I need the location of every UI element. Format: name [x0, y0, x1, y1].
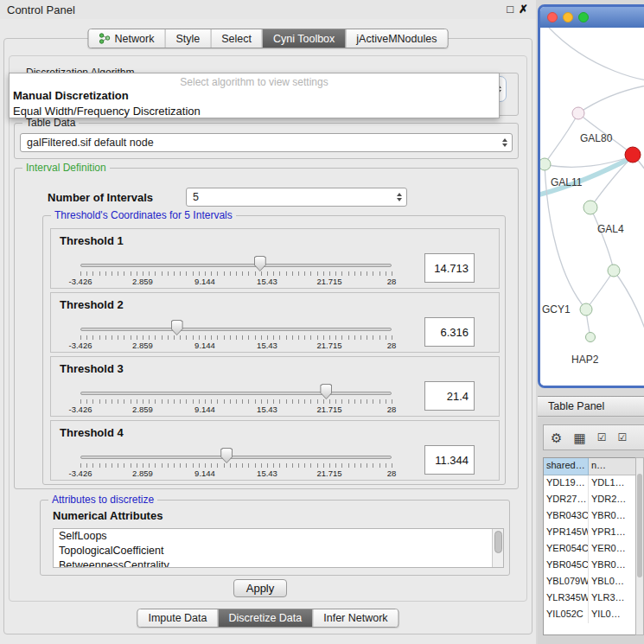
table-row[interactable]: YBL079WYBL0…: [544, 574, 635, 590]
threshold-3-row: Threshold 3 -3.426 2.859 9.144 15.43 21.…: [50, 356, 500, 417]
cell: YBR045C: [544, 558, 589, 574]
numerical-attributes-label: Numerical Attributes: [53, 509, 163, 522]
scale-label: 28: [387, 341, 397, 350]
control-panel-titlebar[interactable]: Control Panel □ ✗: [0, 0, 536, 19]
table-row[interactable]: YER054CYER0…: [544, 541, 635, 558]
threshold-3-label: Threshold 3: [60, 362, 124, 375]
scale-label: 28: [387, 469, 397, 478]
tab-discretize-data[interactable]: Discretize Data: [218, 609, 313, 627]
node-label: GAL11: [551, 176, 583, 188]
threshold-2-value-field[interactable]: 6.316: [424, 317, 475, 347]
table-row[interactable]: YIL052CYIL0…: [544, 607, 635, 623]
scale-label: 15.43: [257, 341, 277, 350]
slider-scale: -3.426 2.859 9.144 15.43 21.715 28: [80, 405, 392, 415]
table-row[interactable]: YDL19…YDL1…: [544, 475, 635, 492]
selected-node-circle[interactable]: [625, 147, 641, 163]
number-of-intervals-label: Number of Intervals: [48, 191, 153, 204]
scale-label: 2.859: [132, 277, 153, 286]
tab-impute-data[interactable]: Impute Data: [137, 609, 217, 627]
cell: YBL0…: [589, 574, 635, 590]
list-scrollbar[interactable]: [492, 529, 503, 567]
cell: YDR2…: [589, 492, 635, 508]
table-row[interactable]: YDR27…YDR2…: [544, 492, 635, 508]
node-circle[interactable]: [586, 333, 596, 342]
list-item[interactable]: TopologicalCoefficient: [54, 544, 503, 558]
table-data-combobox-value: galFiltered.sif default node: [27, 137, 154, 149]
table-header-row: shared… n…: [544, 458, 635, 475]
network-window-titlebar[interactable]: [540, 7, 644, 28]
float-window-icon[interactable]: □: [507, 3, 513, 16]
algorithm-dropdown: Select algorithm to view settings Manual…: [9, 73, 500, 118]
table-row[interactable]: YLR345WYLR3…: [544, 590, 635, 607]
column-header-name[interactable]: n…: [589, 458, 635, 475]
attributes-group: Attributes to discretize Numerical Attri…: [40, 500, 510, 576]
threshold-4-slider-thumb[interactable]: [220, 448, 233, 463]
stepper-icon: [502, 138, 507, 147]
slider-tick-marks: [80, 463, 392, 468]
threshold-4-row: Threshold 4 -3.426 2.859 9.144 15.43 21.…: [50, 420, 500, 481]
select-none-checkbox-icon[interactable]: ☑: [617, 432, 627, 443]
tab-style[interactable]: Style: [164, 29, 210, 48]
cell: YDR27…: [544, 492, 589, 508]
scale-label: 9.144: [194, 469, 215, 478]
threshold-1-slider-thumb[interactable]: [254, 256, 266, 271]
tab-jactivemnodules[interactable]: jActiveMNodules: [345, 29, 447, 48]
node-table: shared… n… YDL19…YDL1… YDR27…YDR2… YBR04…: [543, 457, 636, 635]
gear-icon[interactable]: ⚙: [551, 431, 562, 444]
node-circle[interactable]: [540, 158, 551, 170]
numerical-attributes-list: SelfLoops TopologicalCoefficient Between…: [53, 528, 504, 568]
control-panel-tabbar: Network Style Select Cyni Toolbox jActiv…: [88, 29, 449, 48]
close-traffic-light-icon[interactable]: [547, 12, 558, 22]
node-circle[interactable]: [583, 201, 597, 214]
network-view-window[interactable]: GAL80 GAL11 GAL4 GCY1 HAP2: [538, 4, 644, 388]
apply-button[interactable]: Apply: [233, 579, 287, 597]
cell: YPR1…: [589, 525, 635, 541]
threshold-4-value-field[interactable]: 11.344: [424, 445, 475, 475]
table-data-combobox[interactable]: galFiltered.sif default node: [20, 133, 513, 152]
cell: YDL19…: [544, 475, 589, 492]
tab-infer-network[interactable]: Infer Network: [312, 609, 398, 627]
column-header-shared-name[interactable]: shared…: [544, 458, 589, 475]
scrollbar-thumb[interactable]: [637, 474, 642, 577]
minimize-traffic-light-icon[interactable]: [563, 12, 573, 22]
number-of-intervals-combobox[interactable]: 5: [186, 188, 407, 207]
control-panel-window: Control Panel □ ✗ Network Style Select C…: [0, 0, 536, 644]
zoom-traffic-light-icon[interactable]: [578, 12, 589, 22]
table-row[interactable]: YBR043CYBR0…: [544, 508, 635, 525]
node-circle[interactable]: [580, 303, 592, 316]
scrollbar-thumb[interactable]: [494, 531, 502, 553]
cell: YBL079W: [544, 574, 589, 590]
dropdown-option-equal-width-frequency[interactable]: Equal Width/Frequency Discretization: [10, 104, 499, 119]
threshold-3-value-field[interactable]: 21.4: [424, 381, 475, 411]
node-label: GAL4: [597, 223, 624, 235]
network-canvas[interactable]: GAL80 GAL11 GAL4 GCY1 HAP2: [540, 28, 644, 386]
tab-network-label: Network: [115, 33, 155, 45]
table-panel-header[interactable]: Table Panel: [538, 396, 644, 417]
tab-select[interactable]: Select: [210, 29, 262, 48]
table-scrollbar[interactable]: [635, 457, 644, 635]
list-item[interactable]: BetweennessCentrality: [54, 558, 503, 568]
cell: YER0…: [589, 541, 635, 558]
threshold-2-slider-thumb[interactable]: [171, 320, 183, 335]
threshold-4-label: Threshold 4: [60, 426, 124, 439]
list-item[interactable]: SelfLoops: [54, 529, 503, 544]
threshold-3-slider-thumb[interactable]: [320, 384, 332, 399]
table-row[interactable]: YBR045CYBR0…: [544, 558, 635, 574]
threshold-1-value-field[interactable]: 14.713: [424, 253, 475, 283]
scale-label: 28: [387, 277, 397, 286]
node-circle[interactable]: [608, 265, 620, 277]
close-window-icon[interactable]: ✗: [519, 3, 528, 16]
select-all-checkbox-icon[interactable]: ☑: [597, 432, 607, 443]
slider-scale: -3.426 2.859 9.144 15.43 21.715 28: [80, 277, 392, 287]
dropdown-option-manual-discretization[interactable]: Manual Discretization: [10, 88, 499, 104]
scale-label: 21.715: [316, 405, 341, 414]
threshold-1-label: Threshold 1: [60, 234, 124, 247]
slider-tick-marks: [80, 399, 392, 404]
cell: YBR0…: [589, 558, 635, 574]
scale-label: 9.144: [194, 341, 215, 350]
tab-network[interactable]: Network: [89, 29, 165, 48]
tab-cyni-toolbox[interactable]: Cyni Toolbox: [262, 29, 345, 48]
node-circle[interactable]: [572, 107, 584, 119]
columns-icon[interactable]: ▦: [573, 431, 585, 444]
table-row[interactable]: YPR145WYPR1…: [544, 525, 635, 541]
